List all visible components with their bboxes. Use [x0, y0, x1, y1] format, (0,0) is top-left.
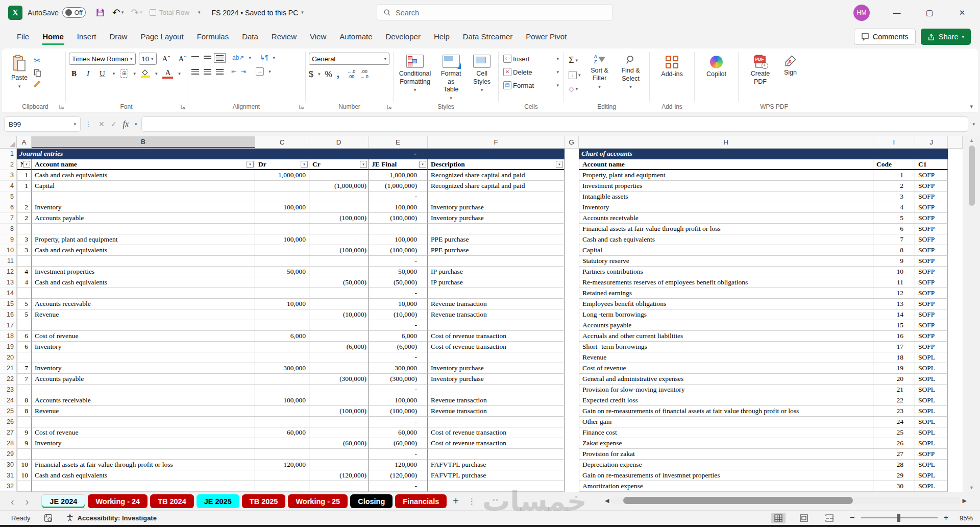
cell[interactable]	[948, 438, 963, 449]
cell[interactable]	[309, 395, 369, 406]
cell[interactable]: Cost of revenue transaction	[428, 342, 565, 352]
cell[interactable]: 9	[17, 438, 32, 449]
cell[interactable]: 28	[873, 460, 915, 470]
find-select-button[interactable]: Find & Select ▾	[617, 53, 645, 91]
cell[interactable]	[948, 299, 963, 309]
sheet-tab-je-2025[interactable]: JE 2025	[197, 494, 239, 508]
cell[interactable]: (6,000)	[309, 342, 369, 352]
cell[interactable]: SOFP	[915, 267, 948, 277]
cell[interactable]: Financial assets at fair value through p…	[32, 460, 255, 470]
cell[interactable]: 6	[17, 342, 32, 352]
cell[interactable]: 120,000	[255, 460, 309, 470]
cell[interactable]	[255, 417, 309, 427]
cell[interactable]	[309, 320, 369, 331]
cell[interactable]: SOFP	[915, 449, 948, 460]
vertical-scrollbar[interactable]: ▲ ▼	[963, 136, 980, 492]
zoom-out-button[interactable]: −	[850, 513, 855, 523]
cell[interactable]: 5	[17, 309, 32, 320]
cell[interactable]	[948, 256, 963, 267]
cell[interactable]: Statutory reserve	[579, 256, 873, 267]
cell[interactable]: 10	[17, 470, 32, 481]
decrease-indent-button[interactable]: ⇤	[231, 68, 236, 75]
scroll-right-icon[interactable]: ▶	[963, 497, 967, 504]
cell[interactable]: 7	[873, 234, 915, 245]
cell[interactable]: 7	[17, 374, 32, 385]
cell[interactable]: -	[369, 320, 428, 331]
cell[interactable]	[948, 191, 963, 202]
cell[interactable]: -	[369, 385, 428, 395]
horizontal-scroll-thumb[interactable]	[623, 497, 853, 504]
cell[interactable]: 10	[17, 460, 32, 470]
cell[interactable]	[17, 352, 32, 363]
sheet-nav-right-icon[interactable]: ›	[20, 496, 35, 507]
cell[interactable]: -	[369, 352, 428, 363]
cell[interactable]: 21	[873, 385, 915, 395]
cell[interactable]: SOPL	[915, 352, 948, 363]
cell[interactable]: 100,000	[255, 395, 309, 406]
cell[interactable]: (1,000,000)	[369, 181, 428, 191]
cell[interactable]: SOFP	[915, 170, 948, 181]
cell[interactable]	[255, 385, 309, 395]
cell[interactable]: 22	[873, 395, 915, 406]
sheet-tab-financials[interactable]: Financials	[395, 494, 447, 508]
cell[interactable]	[565, 460, 579, 470]
cell[interactable]	[948, 309, 963, 320]
insert-function-button[interactable]: fx	[122, 119, 129, 129]
cell[interactable]: Investment properties	[579, 181, 873, 191]
cell[interactable]: FAFVTPL purchase	[428, 460, 565, 470]
avatar[interactable]: HM	[853, 5, 870, 21]
cell[interactable]: Accruals and other current liabilities	[579, 331, 873, 342]
cell[interactable]: Inventory	[32, 438, 255, 449]
cell[interactable]: Cash and cash equivalents	[32, 470, 255, 481]
save-button[interactable]	[93, 6, 108, 19]
cell[interactable]	[255, 438, 309, 449]
autosum-button[interactable]: Σ▾	[567, 54, 582, 66]
cell[interactable]: Recognized share capital and paid	[428, 170, 565, 181]
cell[interactable]: Accounts receivable	[32, 395, 255, 406]
cell[interactable]: Financial assets at fair value through p…	[579, 224, 873, 234]
tab-view[interactable]: View	[303, 27, 333, 47]
cell[interactable]: SOFP	[915, 288, 948, 299]
cell[interactable]	[565, 224, 579, 234]
column-header-j[interactable]: J	[915, 136, 948, 148]
filter-icon[interactable]: ▾	[247, 161, 254, 168]
column-header-f[interactable]: F	[428, 136, 565, 148]
cell[interactable]: Capital	[579, 245, 873, 256]
cell[interactable]	[948, 449, 963, 460]
cell[interactable]	[17, 449, 32, 460]
cell[interactable]: -	[369, 256, 428, 267]
cell[interactable]: 12	[873, 288, 915, 299]
confirm-entry-button[interactable]: ✓	[111, 120, 117, 128]
cell[interactable]: (6,000)	[369, 342, 428, 352]
font-size-combo[interactable]: 10 ▾	[139, 53, 157, 65]
merge-center-button[interactable]: ↔	[256, 67, 264, 76]
cell[interactable]: 100,000	[369, 234, 428, 245]
cell[interactable]	[255, 320, 309, 331]
cell[interactable]: 100,000	[369, 202, 428, 213]
cell[interactable]	[565, 385, 579, 395]
cell[interactable]	[948, 245, 963, 256]
insert-cells-button[interactable]: ⇦ Insert ▾	[502, 54, 560, 64]
cell[interactable]: (100,000)	[309, 245, 369, 256]
cell[interactable]: 1	[17, 170, 32, 181]
cell[interactable]: SOPL	[915, 470, 948, 481]
cell[interactable]	[309, 299, 369, 309]
cell[interactable]	[255, 449, 309, 460]
cell[interactable]: 120,000	[369, 460, 428, 470]
cell[interactable]: Revenue transaction	[428, 395, 565, 406]
cell[interactable]	[565, 309, 579, 320]
cell[interactable]: (100,000)	[369, 245, 428, 256]
cell[interactable]	[565, 149, 579, 159]
excel-app-icon[interactable]: X	[8, 6, 22, 20]
cell[interactable]: SOFP	[915, 256, 948, 267]
cell[interactable]	[948, 224, 963, 234]
tab-insert[interactable]: Insert	[70, 27, 103, 47]
cell[interactable]	[428, 417, 565, 427]
column-header-c[interactable]: C	[255, 136, 309, 148]
cell[interactable]	[565, 181, 579, 191]
cell[interactable]: (300,000)	[369, 374, 428, 385]
cell[interactable]: 6,000	[369, 331, 428, 342]
cell[interactable]	[32, 224, 255, 234]
font-dialog-launcher[interactable]	[181, 105, 185, 109]
cell[interactable]	[565, 170, 579, 181]
